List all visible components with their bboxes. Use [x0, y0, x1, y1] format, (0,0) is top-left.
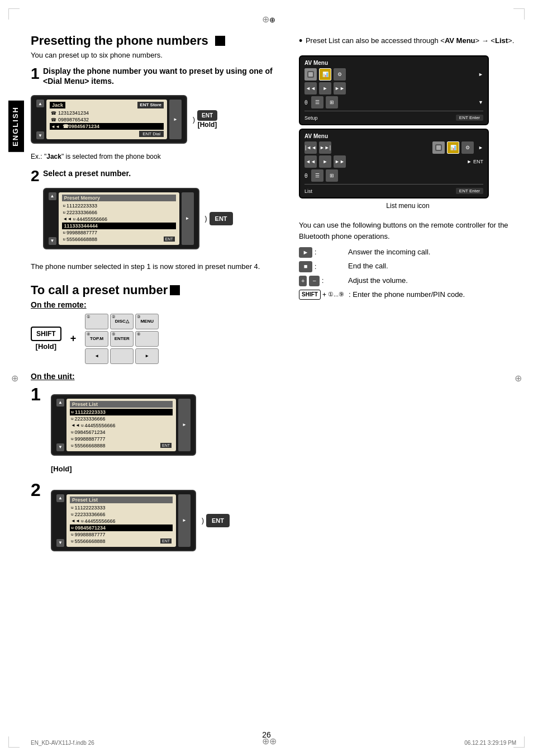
unit-arrow-up-1[interactable]: ▲ [56, 399, 64, 407]
page: ⊕ ⊕ ⊕ ⊕ ENGLISH Presetting the phone num… [0, 0, 533, 756]
remote-btn-disc[interactable]: ②DISC△ [110, 314, 134, 329]
av-footer-2: List ENT Enter [304, 188, 483, 194]
info-icon-end: ■ : [299, 261, 344, 272]
bullet-icon: • [299, 35, 302, 46]
av2-icons-row-2: ◄◄ ► ►► ► ENT [304, 155, 483, 168]
remote-btn-next[interactable]: ► [135, 348, 159, 364]
av2-next-btn[interactable]: ►►| [319, 141, 331, 154]
av-footer-1: Setup ENT Enter [304, 115, 483, 121]
step2-num: 2 [31, 168, 40, 184]
phone-icon-1: ☎ [51, 111, 56, 116]
remote-btn-mid[interactable] [110, 348, 134, 364]
av-icon-6: ►► [334, 82, 346, 94]
av2-prev-btn[interactable]: |◄◄ [304, 141, 317, 154]
section1-title-bar [215, 36, 225, 46]
unit-screen-1: Preset List u 11122223333 u 22233336666 … [66, 399, 176, 451]
av-down-arrow: ▼ [478, 100, 483, 105]
on-remote-label: On the remote: [31, 300, 288, 309]
ent-bubble-1: ) ENT [Hold] [193, 110, 217, 129]
btn-num-enter: ⑤ [112, 332, 115, 337]
unit-right-arrows-1: ► [178, 399, 191, 451]
remote-btn-topm[interactable]: ④TOP.M [85, 331, 108, 347]
av-icon-8: ⊞ [326, 96, 338, 108]
colon-2: : [315, 262, 316, 272]
crosshair-top: ⊕ [262, 14, 271, 23]
unit-right-scroll-1[interactable]: ► [178, 399, 191, 451]
av-icons-row-2: ◄◄ ► ►► [304, 82, 483, 94]
unit-arrow-down-2[interactable]: ▼ [56, 539, 64, 547]
unit-screen-2: Preset List u 11122223333 u 22233336666 … [66, 494, 176, 547]
pl-row-4: u 09845671234 [70, 429, 173, 436]
av-right-arrow: ► [478, 72, 483, 77]
pm-row-4-selected: 111333344444 [62, 223, 176, 229]
unit-step-2-num: 2 [31, 481, 44, 499]
ent-button-unit2[interactable]: ENT [206, 514, 230, 527]
step1-text: Display the phone number you want to pre… [43, 66, 288, 86]
av-icons-row-1: 📊 ⚙ ► [304, 68, 483, 81]
unit-step-1-content: ▲ ▼ Preset List u 11122223333 u 22233336… [51, 385, 196, 473]
av-menu-icon-btn[interactable] [304, 68, 317, 81]
preset-memory-header: Preset Memory [62, 195, 176, 201]
preset-note: The phone number selected in step 1 is n… [31, 262, 288, 272]
remote-btn-prev[interactable]: ◄ [85, 348, 108, 364]
rewind-icon-1: ◄◄ [51, 124, 60, 129]
language-sidebar: ENGLISH [8, 101, 24, 152]
av-icon-7: ☰ [311, 96, 323, 108]
section2-title-bar [170, 285, 180, 295]
info-row-end: ■ : End the call. [299, 261, 517, 272]
unit-left-arrows-2: ▲ ▼ [56, 494, 64, 547]
screen-store-btn: ENT Store [137, 102, 164, 108]
answer-desc: Answer the incoming call. [348, 247, 430, 257]
ent-button-1[interactable]: ENT [Hold] [197, 110, 217, 129]
right-column: • Preset List can also be accessed throu… [299, 34, 517, 303]
left-column: Presetting the phone numbers You can pre… [31, 34, 288, 568]
unit-arrow-down-1[interactable]: ▼ [56, 443, 64, 451]
remote-btn-enter[interactable]: ⑤ENTER [110, 331, 134, 347]
arrow-up-2[interactable]: ▲ [49, 192, 56, 200]
ent-enter-btn-1: ENT Enter [456, 115, 483, 121]
av-icon-3: ⚙ [334, 68, 346, 81]
device-right-arrows-1: ► [169, 100, 182, 139]
crosshair-left: ⊕ [11, 373, 18, 384]
play-icon: ► [299, 247, 312, 258]
av-menu-title-1: AV Menu [304, 60, 483, 66]
setup-label: Setup [304, 115, 318, 121]
colon-3: : [322, 276, 323, 286]
right-scroll-1[interactable]: ► [169, 100, 182, 139]
right-scroll-2[interactable]: ► [182, 192, 194, 245]
ent-bubble-unit2: ) ENT [202, 514, 230, 527]
pl2-row-4-sel: u 09845671234 [70, 525, 173, 531]
hold-bracket: [Hold] [36, 342, 57, 351]
device-right-arrows-2: ► [182, 192, 194, 245]
pm-row-1: u 11122223333 [62, 202, 176, 209]
info-icon-answer: ► : [299, 247, 344, 258]
info-row-pin: SHIFT + ①...⑨ : Enter the phone number/P… [299, 290, 517, 300]
main-content: Presetting the phone numbers You can pre… [31, 34, 516, 722]
svg-rect-1 [308, 72, 313, 77]
plus-sign: + [70, 333, 77, 344]
unit-right-scroll-2[interactable]: ► [178, 494, 191, 547]
arrow-up-1[interactable]: ▲ [36, 100, 44, 107]
pin-desc: : Enter the phone number/PIN code. [349, 290, 465, 300]
ent-button-2[interactable]: ENT [210, 212, 233, 225]
screen-header-1: Jack ENT Store [50, 102, 164, 108]
unit-arrow-up-2[interactable]: ▲ [56, 494, 64, 502]
unit-device-2-wrapper: ▲ ▼ Preset List u 11122223333 u 22233336… [51, 485, 230, 556]
pl-row-3: ◄◄ u 44455556666 [70, 422, 173, 429]
arrow-down-2[interactable]: ▼ [49, 237, 56, 245]
plus-pin: + [322, 290, 326, 300]
remote-btn-6[interactable]: ⑥ [135, 331, 159, 347]
device-screen-1: Jack ENT Store ☎ 12312341234 ☎ 098987654… [46, 100, 167, 139]
btn-num-1: ① [87, 315, 90, 319]
remote-btn-1[interactable]: ① [85, 314, 108, 329]
ex-note: Ex.: "Jack" is selected from the phone b… [31, 153, 288, 160]
screen-row-2: ☎ 09898765432 [50, 116, 164, 123]
remote-buttons-grid: ① ②DISC△ ③MENU ④TOP.M ⑤ENTER [85, 314, 159, 364]
shift-box: SHIFT [31, 327, 61, 341]
av-menu-box-1: AV Menu 📊 ⚙ ► ◄◄ ► ►► [299, 55, 489, 125]
arrow-down-1[interactable]: ▼ [36, 131, 44, 139]
device-mockup-1: ▲ ▼ Jack ENT Store ☎ 12312341234 [31, 95, 187, 144]
pm-row-3: ◄◄ u 44455556666 [62, 216, 176, 223]
pl-row-1-sel: u 11122223333 [70, 409, 173, 415]
remote-btn-menu[interactable]: ③MENU [135, 314, 159, 329]
